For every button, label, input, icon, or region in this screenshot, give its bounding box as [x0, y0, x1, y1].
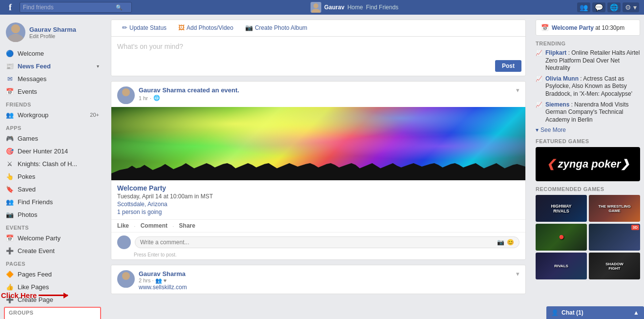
comment-avatar	[117, 235, 131, 249]
tab-update-status[interactable]: ✏ Update Status	[116, 20, 172, 36]
trend-text-1: Flipkart : Online Retailer Halts Airtel …	[545, 49, 640, 72]
post1-avatar-img	[117, 86, 135, 104]
svg-point-7	[119, 97, 133, 104]
event-ticker-name[interactable]: Welcome Party	[552, 24, 594, 31]
game-thumb-2[interactable]: THE WRESTLINGGAME	[589, 195, 640, 222]
sidebar-item-messages[interactable]: ✉ Messages	[0, 72, 105, 85]
game-thumb-1[interactable]: HIGHWAYRIVALS	[536, 195, 587, 222]
event-title[interactable]: Welcome Party	[117, 184, 519, 192]
feed-post-2: Gaurav Sharma 2 hrs · 👥 ♥ www.sellskillz…	[111, 265, 526, 294]
trending-item-1[interactable]: 📈 Flipkart : Online Retailer Halts Airte…	[536, 49, 640, 72]
game-thumb-4[interactable]: 3D	[589, 224, 640, 251]
saved-label: Saved	[18, 186, 99, 193]
sidebar-item-photos[interactable]: 📷 Photos	[0, 208, 105, 221]
sidebar-item-find-friends[interactable]: 👥 Find Friends	[0, 195, 105, 208]
svg-point-0	[313, 3, 318, 8]
post1-event-image	[111, 107, 525, 180]
sidebar-item-deerhunter[interactable]: 🎯 Deer Hunter 2014	[0, 145, 105, 157]
sidebar-item-knights[interactable]: ⚔ Knights: Clash of H...	[0, 157, 105, 170]
sidebar-item-like-pages[interactable]: 👍 Like Pages	[0, 280, 105, 293]
fb-logo[interactable]: f	[5, 2, 16, 13]
post2-link[interactable]: www.sellskillz.com	[139, 284, 187, 291]
action-sep-2: ·	[172, 222, 174, 230]
game-thumb-3[interactable]: 🔴	[536, 224, 587, 251]
sidebar-item-pokes[interactable]: 👆 Pokes	[0, 170, 105, 183]
sidebar-item-create-page[interactable]: ➕ Create Page	[0, 293, 105, 306]
game6-label: SHADOWFIGHT	[605, 262, 623, 271]
trending-section: TRENDING 📈 Flipkart : Online Retailer Ha…	[536, 41, 640, 133]
add-photos-label: Add Photos/Video	[187, 24, 233, 31]
post2-privacy: · 👥 ♥	[152, 277, 167, 283]
event-ticker-text: Welcome Party at 10:30pm	[552, 24, 624, 31]
create-page-label: Create Page	[18, 296, 99, 303]
trending-header: TRENDING	[536, 41, 640, 46]
see-more-trending[interactable]: ▾ See More	[536, 127, 640, 133]
event-location[interactable]: Scottsdale, Arizona	[117, 201, 519, 208]
featured-games-header: FEATURED GAMES	[536, 138, 640, 144]
create-event-label: Create Event	[18, 247, 99, 255]
svg-point-6	[122, 88, 130, 96]
nav-username[interactable]: Gaurav	[324, 4, 344, 11]
game-thumb-6[interactable]: SHADOWFIGHT	[589, 253, 640, 279]
tab-add-photos[interactable]: 🖼 Add Photos/Video	[172, 20, 239, 36]
share-button[interactable]: Share	[179, 222, 195, 230]
post2-avatar	[117, 270, 135, 288]
add-photos-icon: 🖼	[178, 24, 185, 31]
sidebar-item-newsfeed[interactable]: 📰 News Feed ▾	[0, 60, 105, 72]
left-sidebar: Gaurav Sharma Edit Profile 🔵 Welcome 📰 N…	[0, 15, 105, 319]
groups-header: GROUPS	[5, 308, 100, 317]
post1-actions: Like · Comment · Share	[111, 219, 525, 232]
profile-edit-link[interactable]: Edit Profile	[29, 33, 76, 39]
post1-username[interactable]: Gaurav Sharma	[139, 86, 186, 94]
friends-icon[interactable]: 👥	[577, 2, 590, 12]
like-button[interactable]: Like	[117, 222, 129, 230]
sidebar-item-welcome-party[interactable]: 📅 Welcome Party	[0, 232, 105, 244]
sidebar-item-events[interactable]: 📅 Events	[0, 85, 105, 98]
topnav-right: 👥 💬 🌐 ⚙ ▾	[577, 2, 639, 12]
post2-more-icon[interactable]: ▾	[516, 270, 519, 277]
post1-more-icon[interactable]: ▾	[516, 86, 519, 94]
nav-home-link[interactable]: Home	[347, 4, 363, 11]
profile-name[interactable]: Gaurav Sharma	[29, 26, 76, 33]
post1-time: 1 hr	[139, 95, 148, 101]
nav-avatar	[311, 2, 321, 13]
games-icon: 🎮	[6, 134, 14, 142]
sidebar-item-games[interactable]: 🎮 Games	[0, 132, 105, 145]
game-thumb-5[interactable]: RIVALS	[536, 253, 587, 279]
profile-avatar[interactable]	[6, 22, 25, 42]
post2-header: Gaurav Sharma 2 hrs · 👥 ♥ www.sellskillz…	[111, 265, 525, 294]
nav-find-friends-link[interactable]: Find Friends	[366, 4, 398, 11]
workgroup-icon: 👥	[6, 111, 14, 119]
compose-placeholder[interactable]: What's on your mind?	[117, 41, 519, 54]
notifications-icon[interactable]: 🌐	[607, 2, 621, 12]
game3-label: 🔴	[559, 235, 564, 239]
pages-header: PAGES	[0, 257, 105, 268]
sidebar-item-create-group[interactable]: ➕ Create Group	[5, 317, 100, 319]
comment-button[interactable]: Comment	[141, 222, 167, 230]
newsfeed-icon: 📰	[6, 62, 14, 70]
messages-icon[interactable]: 💬	[592, 2, 605, 12]
sidebar-item-create-event[interactable]: ➕ Create Event	[0, 244, 105, 257]
sidebar-item-saved[interactable]: 🔖 Saved	[0, 183, 105, 195]
chat-bar[interactable]: 👤 Chat (1) ▲	[546, 306, 644, 319]
search-box: 🔍	[20, 2, 132, 13]
comment-input[interactable]	[140, 239, 497, 246]
sidebar-item-welcome[interactable]: 🔵 Welcome	[0, 47, 105, 60]
search-input[interactable]	[23, 4, 116, 11]
post2-username[interactable]: Gaurav Sharma	[139, 270, 187, 277]
sidebar-item-workgroup[interactable]: 👥 Workgroup 20+	[0, 108, 105, 121]
sidebar-item-pages-feed[interactable]: 🔶 Pages Feed	[0, 268, 105, 280]
compose-footer: Post	[111, 58, 525, 76]
sidebar-events-label: Events	[18, 88, 99, 95]
post1-event-details: Welcome Party Tuesday, April 14 at 10:00…	[111, 180, 525, 219]
messages-sidebar-icon: ✉	[6, 75, 14, 83]
trending-item-3[interactable]: 📈 Siemens : Narendra Modi Visits German …	[536, 101, 640, 124]
tab-create-album[interactable]: 📷 Create Photo Album	[239, 20, 313, 36]
emoji-comment-icon[interactable]: 😊	[507, 239, 514, 246]
zynga-poker-banner[interactable]: ❮ zynga poker❯	[536, 147, 640, 181]
create-page-icon: ➕	[6, 296, 14, 303]
trending-item-2[interactable]: 📈 Olivia Munn : Actress Cast as Psylocke…	[536, 75, 640, 98]
settings-icon[interactable]: ⚙ ▾	[623, 2, 639, 12]
post-button[interactable]: Post	[495, 60, 521, 72]
camera-comment-icon[interactable]: 📷	[497, 239, 504, 246]
